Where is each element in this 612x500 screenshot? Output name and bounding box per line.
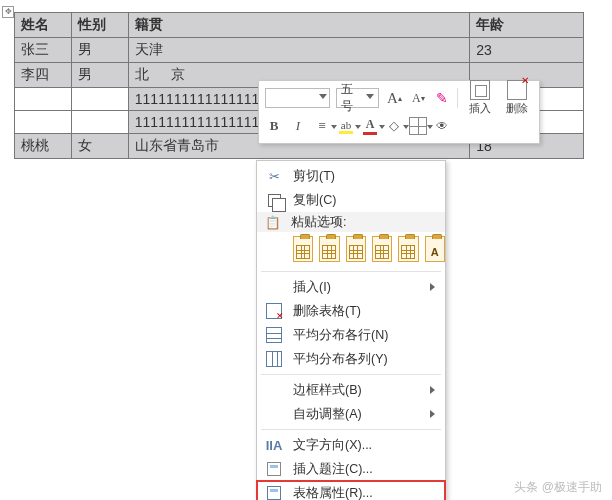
watermark: 头条 @极速手助 — [514, 479, 602, 496]
paste-option-3[interactable] — [346, 236, 366, 262]
col-header-home[interactable]: 籍贯 — [128, 13, 469, 38]
text-direction-icon: IIA — [265, 436, 283, 454]
paste-option-text[interactable]: A — [425, 236, 445, 262]
ctx-paste-options: A — [257, 232, 445, 268]
table-row[interactable]: 张三 男 天津 23 — [15, 38, 584, 63]
view-button[interactable]: 👁 — [433, 116, 451, 136]
table-properties-icon — [265, 484, 283, 500]
cell-name[interactable]: 张三 — [15, 38, 72, 63]
ctx-insert-caption[interactable]: 插入题注(C)... — [257, 457, 445, 481]
font-size-combo[interactable]: 五号 — [336, 88, 379, 108]
insert-table-button[interactable]: 插入 — [464, 80, 495, 116]
ctx-text-direction[interactable]: IIA 文字方向(X)... — [257, 433, 445, 457]
highlight-button[interactable]: ab — [337, 116, 355, 136]
insert-label: 插入 — [469, 101, 491, 116]
mini-toolbar: 五号 A▴ A▾ ✎ 插入 删除 B I ≡ ab A ◇ 👁 — [258, 80, 540, 144]
format-painter-button[interactable]: ✎ — [433, 88, 451, 108]
font-color-button[interactable]: A — [361, 116, 379, 136]
cell-sex[interactable] — [71, 88, 128, 111]
separator — [457, 88, 458, 108]
delete-table-button[interactable]: 删除 — [502, 80, 533, 116]
highlight-yellow-icon — [339, 131, 353, 134]
ctx-distribute-cols[interactable]: 平均分布各列(Y) — [257, 347, 445, 371]
shading-button[interactable]: ◇ — [385, 116, 403, 136]
cell-sex[interactable] — [71, 111, 128, 134]
distribute-cols-icon — [265, 350, 283, 368]
separator — [261, 429, 441, 430]
cell-age[interactable]: 23 — [470, 38, 584, 63]
chevron-right-icon — [430, 386, 435, 394]
cell-sex[interactable]: 男 — [71, 63, 128, 88]
paste-option-4[interactable] — [372, 236, 392, 262]
blank-icon — [265, 405, 283, 423]
ctx-copy[interactable]: 复制(C) — [257, 188, 445, 212]
separator — [261, 271, 441, 272]
ctx-table-properties[interactable]: 表格属性(R)... — [257, 481, 445, 500]
cell-name[interactable]: 桃桃 — [15, 134, 72, 159]
chevron-right-icon — [430, 410, 435, 418]
shrink-font-button[interactable]: A▾ — [409, 88, 427, 108]
paste-option-2[interactable] — [319, 236, 339, 262]
scissors-icon: ✂ — [265, 167, 283, 185]
ctx-delete-table[interactable]: 删除表格(T) — [257, 299, 445, 323]
context-menu: ✂ 剪切(T) 复制(C) 📋 粘贴选项: A 插入(I) 删除表格(T) 平均… — [256, 160, 446, 500]
font-color-red-icon — [363, 132, 377, 135]
chevron-down-icon — [366, 94, 374, 102]
italic-button[interactable]: I — [289, 116, 307, 136]
col-header-sex[interactable]: 性别 — [71, 13, 128, 38]
align-button[interactable]: ≡ — [313, 116, 331, 136]
copy-icon — [265, 191, 283, 209]
font-family-combo[interactable] — [265, 88, 330, 108]
caption-icon — [265, 460, 283, 478]
ctx-cut[interactable]: ✂ 剪切(T) — [257, 164, 445, 188]
cell-sex[interactable]: 男 — [71, 38, 128, 63]
ctx-insert[interactable]: 插入(I) — [257, 275, 445, 299]
paste-option-5[interactable] — [398, 236, 418, 262]
chevron-down-icon — [319, 94, 327, 102]
paste-option-1[interactable] — [293, 236, 313, 262]
ctx-distribute-rows[interactable]: 平均分布各行(N) — [257, 323, 445, 347]
delete-table-icon — [265, 302, 283, 320]
table-header-row: 姓名 性别 籍贯 年龄 — [15, 13, 584, 38]
cell-name[interactable] — [15, 88, 72, 111]
grow-font-button[interactable]: A▴ — [385, 88, 403, 108]
cell-home[interactable]: 天津 — [128, 38, 469, 63]
grid-icon — [409, 117, 427, 135]
paste-icon: 📋 — [265, 215, 281, 230]
chevron-right-icon — [430, 283, 435, 291]
font-size-value: 五号 — [341, 81, 362, 115]
ctx-autofit[interactable]: 自动调整(A) — [257, 402, 445, 426]
cell-name[interactable] — [15, 111, 72, 134]
borders-button[interactable] — [409, 116, 427, 136]
blank-icon — [265, 278, 283, 296]
distribute-rows-icon — [265, 326, 283, 344]
ctx-paste-options-label: 📋 粘贴选项: — [257, 212, 445, 232]
col-header-age[interactable]: 年龄 — [470, 13, 584, 38]
bold-button[interactable]: B — [265, 116, 283, 136]
ctx-border-style[interactable]: 边框样式(B) — [257, 378, 445, 402]
delete-label: 删除 — [506, 101, 528, 116]
cell-name[interactable]: 李四 — [15, 63, 72, 88]
table-move-handle[interactable]: ✥ — [2, 6, 14, 18]
delete-grid-icon — [507, 80, 527, 100]
col-header-name[interactable]: 姓名 — [15, 13, 72, 38]
insert-grid-icon — [470, 80, 490, 100]
separator — [261, 374, 441, 375]
blank-icon — [265, 381, 283, 399]
cell-sex[interactable]: 女 — [71, 134, 128, 159]
